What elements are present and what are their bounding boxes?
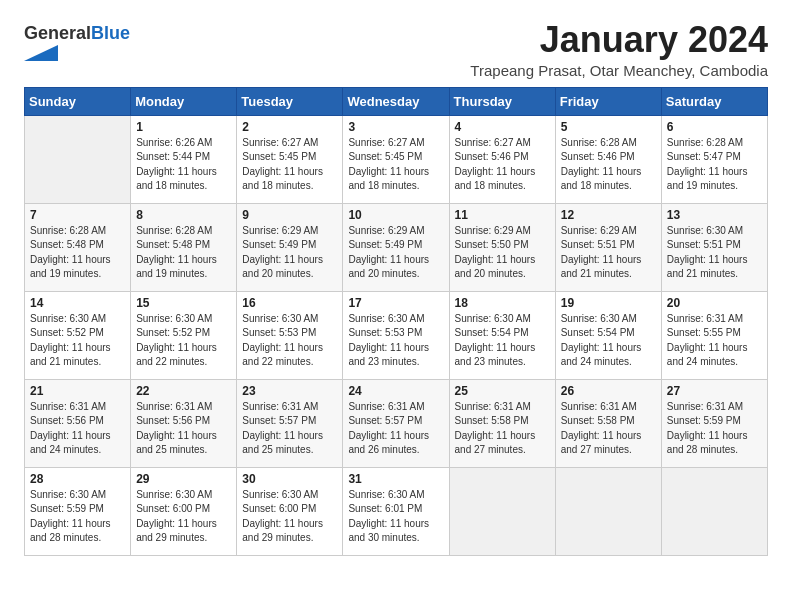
day-cell [661, 467, 767, 555]
day-number: 5 [561, 120, 656, 134]
day-info: Sunrise: 6:27 AMSunset: 5:45 PMDaylight:… [348, 136, 443, 194]
day-info: Sunrise: 6:26 AMSunset: 5:44 PMDaylight:… [136, 136, 231, 194]
day-info: Sunrise: 6:30 AMSunset: 5:54 PMDaylight:… [455, 312, 550, 370]
day-number: 31 [348, 472, 443, 486]
day-number: 9 [242, 208, 337, 222]
day-number: 20 [667, 296, 762, 310]
day-info: Sunrise: 6:31 AMSunset: 5:57 PMDaylight:… [348, 400, 443, 458]
day-number: 21 [30, 384, 125, 398]
day-cell: 28 Sunrise: 6:30 AMSunset: 5:59 PMDaylig… [25, 467, 131, 555]
day-number: 1 [136, 120, 231, 134]
day-info: Sunrise: 6:30 AMSunset: 6:00 PMDaylight:… [242, 488, 337, 546]
day-number: 10 [348, 208, 443, 222]
day-cell: 5 Sunrise: 6:28 AMSunset: 5:46 PMDayligh… [555, 115, 661, 203]
column-header-friday: Friday [555, 87, 661, 115]
day-cell: 17 Sunrise: 6:30 AMSunset: 5:53 PMDaylig… [343, 291, 449, 379]
day-info: Sunrise: 6:30 AMSunset: 5:59 PMDaylight:… [30, 488, 125, 546]
day-cell: 26 Sunrise: 6:31 AMSunset: 5:58 PMDaylig… [555, 379, 661, 467]
day-info: Sunrise: 6:30 AMSunset: 6:00 PMDaylight:… [136, 488, 231, 546]
day-info: Sunrise: 6:29 AMSunset: 5:49 PMDaylight:… [242, 224, 337, 282]
column-header-tuesday: Tuesday [237, 87, 343, 115]
column-header-thursday: Thursday [449, 87, 555, 115]
calendar-body: 1 Sunrise: 6:26 AMSunset: 5:44 PMDayligh… [25, 115, 768, 555]
day-info: Sunrise: 6:30 AMSunset: 5:53 PMDaylight:… [348, 312, 443, 370]
week-row-4: 21 Sunrise: 6:31 AMSunset: 5:56 PMDaylig… [25, 379, 768, 467]
day-info: Sunrise: 6:31 AMSunset: 5:56 PMDaylight:… [136, 400, 231, 458]
day-cell: 16 Sunrise: 6:30 AMSunset: 5:53 PMDaylig… [237, 291, 343, 379]
day-info: Sunrise: 6:30 AMSunset: 5:52 PMDaylight:… [136, 312, 231, 370]
day-cell: 25 Sunrise: 6:31 AMSunset: 5:58 PMDaylig… [449, 379, 555, 467]
day-info: Sunrise: 6:27 AMSunset: 5:46 PMDaylight:… [455, 136, 550, 194]
day-cell: 12 Sunrise: 6:29 AMSunset: 5:51 PMDaylig… [555, 203, 661, 291]
day-cell: 8 Sunrise: 6:28 AMSunset: 5:48 PMDayligh… [131, 203, 237, 291]
week-row-3: 14 Sunrise: 6:30 AMSunset: 5:52 PMDaylig… [25, 291, 768, 379]
day-cell [555, 467, 661, 555]
day-cell: 18 Sunrise: 6:30 AMSunset: 5:54 PMDaylig… [449, 291, 555, 379]
day-cell [25, 115, 131, 203]
calendar-title: January 2024 [470, 20, 768, 60]
calendar-table: SundayMondayTuesdayWednesdayThursdayFrid… [24, 87, 768, 556]
column-header-wednesday: Wednesday [343, 87, 449, 115]
day-info: Sunrise: 6:31 AMSunset: 5:58 PMDaylight:… [561, 400, 656, 458]
column-header-saturday: Saturday [661, 87, 767, 115]
day-number: 4 [455, 120, 550, 134]
column-header-sunday: Sunday [25, 87, 131, 115]
day-info: Sunrise: 6:31 AMSunset: 5:55 PMDaylight:… [667, 312, 762, 370]
day-info: Sunrise: 6:29 AMSunset: 5:51 PMDaylight:… [561, 224, 656, 282]
day-cell: 6 Sunrise: 6:28 AMSunset: 5:47 PMDayligh… [661, 115, 767, 203]
day-info: Sunrise: 6:31 AMSunset: 5:58 PMDaylight:… [455, 400, 550, 458]
day-info: Sunrise: 6:31 AMSunset: 5:57 PMDaylight:… [242, 400, 337, 458]
day-cell: 2 Sunrise: 6:27 AMSunset: 5:45 PMDayligh… [237, 115, 343, 203]
day-number: 11 [455, 208, 550, 222]
day-number: 6 [667, 120, 762, 134]
day-info: Sunrise: 6:28 AMSunset: 5:48 PMDaylight:… [136, 224, 231, 282]
week-row-2: 7 Sunrise: 6:28 AMSunset: 5:48 PMDayligh… [25, 203, 768, 291]
day-number: 8 [136, 208, 231, 222]
day-info: Sunrise: 6:30 AMSunset: 5:53 PMDaylight:… [242, 312, 337, 370]
day-cell: 23 Sunrise: 6:31 AMSunset: 5:57 PMDaylig… [237, 379, 343, 467]
day-cell: 27 Sunrise: 6:31 AMSunset: 5:59 PMDaylig… [661, 379, 767, 467]
day-info: Sunrise: 6:30 AMSunset: 6:01 PMDaylight:… [348, 488, 443, 546]
day-info: Sunrise: 6:28 AMSunset: 5:48 PMDaylight:… [30, 224, 125, 282]
day-number: 26 [561, 384, 656, 398]
day-number: 27 [667, 384, 762, 398]
day-cell: 4 Sunrise: 6:27 AMSunset: 5:46 PMDayligh… [449, 115, 555, 203]
day-cell: 1 Sunrise: 6:26 AMSunset: 5:44 PMDayligh… [131, 115, 237, 203]
day-number: 2 [242, 120, 337, 134]
day-info: Sunrise: 6:30 AMSunset: 5:51 PMDaylight:… [667, 224, 762, 282]
day-number: 23 [242, 384, 337, 398]
svg-marker-0 [24, 45, 58, 61]
page-header: GeneralBlue January 2024 Trapeang Prasat… [24, 20, 768, 79]
day-info: Sunrise: 6:27 AMSunset: 5:45 PMDaylight:… [242, 136, 337, 194]
column-header-monday: Monday [131, 87, 237, 115]
day-number: 28 [30, 472, 125, 486]
day-info: Sunrise: 6:31 AMSunset: 5:59 PMDaylight:… [667, 400, 762, 458]
day-cell: 30 Sunrise: 6:30 AMSunset: 6:00 PMDaylig… [237, 467, 343, 555]
day-info: Sunrise: 6:30 AMSunset: 5:52 PMDaylight:… [30, 312, 125, 370]
day-cell: 15 Sunrise: 6:30 AMSunset: 5:52 PMDaylig… [131, 291, 237, 379]
header-row: SundayMondayTuesdayWednesdayThursdayFrid… [25, 87, 768, 115]
day-number: 14 [30, 296, 125, 310]
day-info: Sunrise: 6:29 AMSunset: 5:49 PMDaylight:… [348, 224, 443, 282]
logo-blue-text: Blue [91, 23, 130, 43]
day-number: 22 [136, 384, 231, 398]
day-info: Sunrise: 6:29 AMSunset: 5:50 PMDaylight:… [455, 224, 550, 282]
day-number: 15 [136, 296, 231, 310]
day-cell: 13 Sunrise: 6:30 AMSunset: 5:51 PMDaylig… [661, 203, 767, 291]
day-info: Sunrise: 6:30 AMSunset: 5:54 PMDaylight:… [561, 312, 656, 370]
calendar-subtitle: Trapeang Prasat, Otar Meanchey, Cambodia [470, 62, 768, 79]
day-info: Sunrise: 6:28 AMSunset: 5:46 PMDaylight:… [561, 136, 656, 194]
day-cell [449, 467, 555, 555]
day-cell: 3 Sunrise: 6:27 AMSunset: 5:45 PMDayligh… [343, 115, 449, 203]
day-cell: 9 Sunrise: 6:29 AMSunset: 5:49 PMDayligh… [237, 203, 343, 291]
day-cell: 19 Sunrise: 6:30 AMSunset: 5:54 PMDaylig… [555, 291, 661, 379]
day-number: 25 [455, 384, 550, 398]
day-number: 13 [667, 208, 762, 222]
day-number: 30 [242, 472, 337, 486]
day-cell: 31 Sunrise: 6:30 AMSunset: 6:01 PMDaylig… [343, 467, 449, 555]
week-row-1: 1 Sunrise: 6:26 AMSunset: 5:44 PMDayligh… [25, 115, 768, 203]
day-number: 29 [136, 472, 231, 486]
calendar-header: SundayMondayTuesdayWednesdayThursdayFrid… [25, 87, 768, 115]
day-cell: 20 Sunrise: 6:31 AMSunset: 5:55 PMDaylig… [661, 291, 767, 379]
day-number: 18 [455, 296, 550, 310]
